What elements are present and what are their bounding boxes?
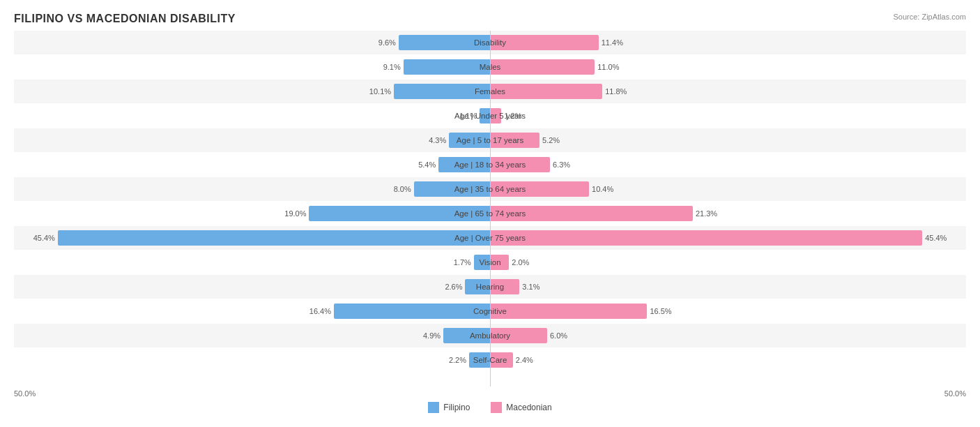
bar-right: [490, 84, 602, 99]
center-label: Age | 18 to 34 years: [454, 160, 526, 169]
bar-right: [490, 304, 647, 319]
center-label: Age | Under 5 years: [454, 112, 526, 120]
bar-left: [404, 59, 490, 75]
svg-rect-1: [491, 402, 502, 413]
legend: Filipino Macedonian: [14, 402, 966, 413]
left-value-label: 4.3%: [429, 136, 449, 144]
right-value-label: 5.2%: [539, 136, 560, 144]
center-label: Males: [480, 63, 501, 71]
bar-right: [490, 230, 922, 246]
left-value-label: 10.1%: [369, 87, 394, 96]
left-value-label: 45.4%: [33, 234, 58, 242]
center-label: Age | 65 to 74 years: [454, 209, 526, 218]
bar-left: [334, 304, 490, 319]
bars-area: 9.6%11.4%Disability9.1%11.0%Males10.1%11…: [14, 31, 966, 387]
right-value-label: 16.5%: [647, 307, 671, 315]
left-value-label: 19.0%: [284, 209, 309, 218]
center-label: Females: [475, 87, 505, 96]
left-value-label: 9.1%: [383, 63, 404, 71]
left-value-label: 2.2%: [449, 356, 469, 364]
x-axis-right: 50.0%: [944, 389, 966, 398]
left-value-label: 9.6%: [378, 38, 399, 47]
center-label: Hearing: [476, 283, 504, 291]
right-value-label: 2.4%: [513, 356, 533, 364]
left-value-label: 8.0%: [394, 185, 414, 193]
right-value-label: 11.8%: [602, 87, 627, 96]
left-value-label: 5.4%: [418, 160, 438, 169]
center-label: Age | Over 75 years: [454, 234, 526, 242]
bar-right: [490, 59, 595, 75]
right-value-label: 11.4%: [599, 38, 623, 47]
right-value-label: 6.3%: [550, 160, 570, 169]
right-value-label: 2.0%: [509, 258, 529, 267]
chart-title: FILIPINO VS MACEDONIAN DISABILITY: [14, 13, 966, 25]
x-axis: 50.0% 50.0%: [14, 389, 966, 398]
center-label: Disability: [474, 38, 506, 47]
legend-filipino: Filipino: [428, 402, 470, 413]
bar-left: [58, 230, 490, 246]
left-value-label: 4.9%: [423, 331, 443, 340]
chart-container: FILIPINO VS MACEDONIAN DISABILITY Source…: [0, 0, 980, 427]
left-value-label: 1.7%: [454, 258, 474, 267]
center-label: Ambulatory: [470, 331, 510, 340]
right-value-label: 3.1%: [519, 283, 539, 291]
center-label: Vision: [479, 258, 500, 267]
right-value-label: 21.3%: [693, 209, 717, 218]
x-axis-left: 50.0%: [14, 389, 36, 398]
source-label: Source: ZipAtlas.com: [893, 13, 966, 21]
center-label: Cognitive: [473, 307, 507, 315]
left-value-label: 2.6%: [445, 283, 465, 291]
right-value-label: 45.4%: [922, 234, 947, 242]
macedonian-swatch: [491, 402, 502, 413]
svg-rect-0: [428, 402, 439, 413]
filipino-swatch: [428, 402, 439, 413]
right-value-label: 10.4%: [589, 185, 613, 193]
center-label: Self-Care: [473, 356, 507, 364]
center-label: Age | 5 to 17 years: [457, 136, 523, 144]
legend-filipino-label: Filipino: [443, 403, 470, 412]
center-label: Age | 35 to 64 years: [454, 185, 526, 193]
left-value-label: 16.4%: [309, 307, 334, 315]
legend-macedonian: Macedonian: [491, 402, 551, 413]
legend-macedonian-label: Macedonian: [506, 403, 551, 412]
right-value-label: 11.0%: [595, 63, 619, 71]
right-value-label: 6.0%: [547, 331, 567, 340]
bar-right: [490, 35, 599, 50]
